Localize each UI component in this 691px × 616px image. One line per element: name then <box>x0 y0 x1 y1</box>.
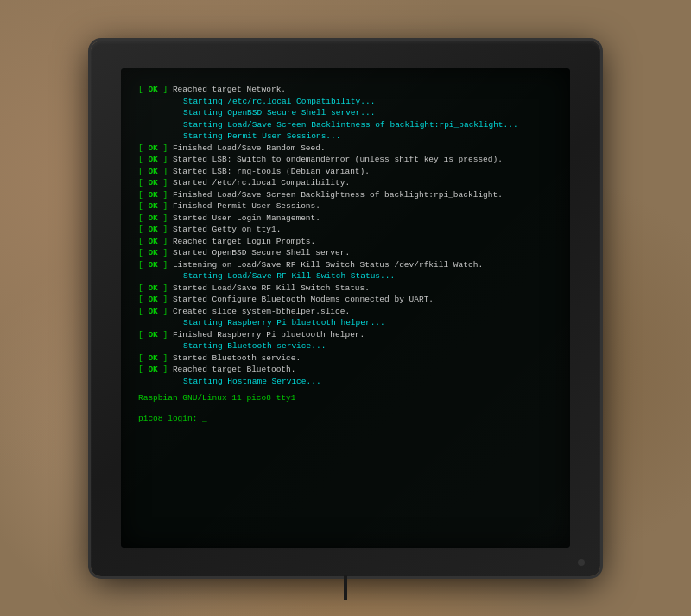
terminal-line: [ OK ] Started User Login Management. <box>138 213 553 225</box>
terminal-line: [ OK ] Started Getty on tty1. <box>138 224 553 236</box>
terminal-line: [ OK ] Finished Permit User Sessions. <box>138 200 553 213</box>
monitor-screen: [ OK ] Reached target Network.Starting /… <box>121 68 570 548</box>
terminal-line: [ OK ] Started OpenBSD Secure Shell serv… <box>138 247 553 259</box>
terminal-line: [ OK ] Reached target Bluetooth. <box>138 364 553 376</box>
power-indicator <box>578 559 585 566</box>
terminal-line: Starting Hostname Service... <box>138 376 553 388</box>
terminal-line: Starting Bluetooth service... <box>138 340 553 352</box>
monitor-frame: [ OK ] Reached target Network.Starting /… <box>91 41 600 576</box>
terminal-line: [ OK ] Finished Raspberry Pi bluetooth h… <box>138 329 553 341</box>
terminal-line: [ OK ] Started Bluetooth service. <box>138 352 553 365</box>
terminal-screen: [ OK ] Reached target Network.Starting /… <box>121 68 570 548</box>
terminal-line: [ OK ] Finished Load/Save Screen Backlig… <box>138 189 553 201</box>
terminal-line: Starting /etc/rc.local Compatibility... <box>138 96 553 108</box>
terminal-line: [ OK ] Started /etc/rc.local Compatibili… <box>138 177 553 189</box>
terminal-line: Starting Raspberry Pi bluetooth helper..… <box>138 317 553 329</box>
terminal-line: [ OK ] Started Configure Bluetooth Modem… <box>138 294 553 306</box>
cork-background: [ OK ] Reached target Network.Starting /… <box>0 0 691 616</box>
terminal-line: [ OK ] Finished Load/Save Random Seed. <box>138 143 553 155</box>
monitor-stand <box>344 575 347 600</box>
terminal-line: [ OK ] Created slice system-bthelper.sli… <box>138 306 553 318</box>
terminal-line: Starting OpenBSD Secure Shell server... <box>138 107 553 119</box>
terminal-output: [ OK ] Reached target Network.Starting /… <box>138 84 553 387</box>
terminal-line: [ OK ] Started Load/Save RF Kill Switch … <box>138 283 553 295</box>
terminal-line: Starting Load/Save Screen Backlíntness o… <box>138 119 553 131</box>
os-line: Raspbian GNU/Linux 11 pico8 tty1 <box>138 392 553 404</box>
terminal-line: [ OK ] Reached target Login Prompts. <box>138 236 553 248</box>
terminal-line: [ OK ] Listening on Load/Save RF Kill Sw… <box>138 259 553 271</box>
terminal-line: [ OK ] Reached target Network. <box>138 84 553 96</box>
login-prompt[interactable]: pico8 login: _ <box>138 413 553 425</box>
terminal-line: [ OK ] Started LSB: Switch to ondemandér… <box>138 154 553 166</box>
terminal-line: [ OK ] Started LSB: rng-tools (Debian va… <box>138 166 553 178</box>
terminal-line: Starting Permit User Sessions... <box>138 130 553 143</box>
terminal-line: Starting Load/Save RF Kill Switch Status… <box>138 270 553 283</box>
